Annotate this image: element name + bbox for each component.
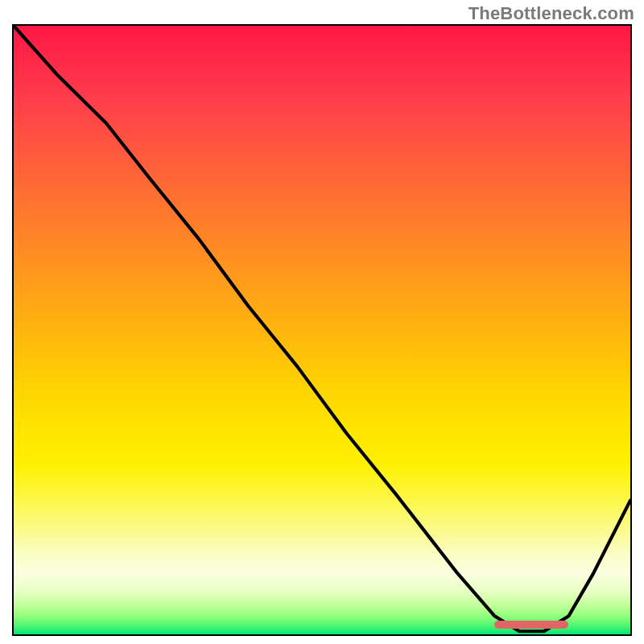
- chart-area: [12, 24, 632, 636]
- bottleneck-curve: [14, 26, 630, 634]
- optimum-band-marker: [494, 621, 568, 629]
- watermark-text: TheBottleneck.com: [469, 3, 634, 24]
